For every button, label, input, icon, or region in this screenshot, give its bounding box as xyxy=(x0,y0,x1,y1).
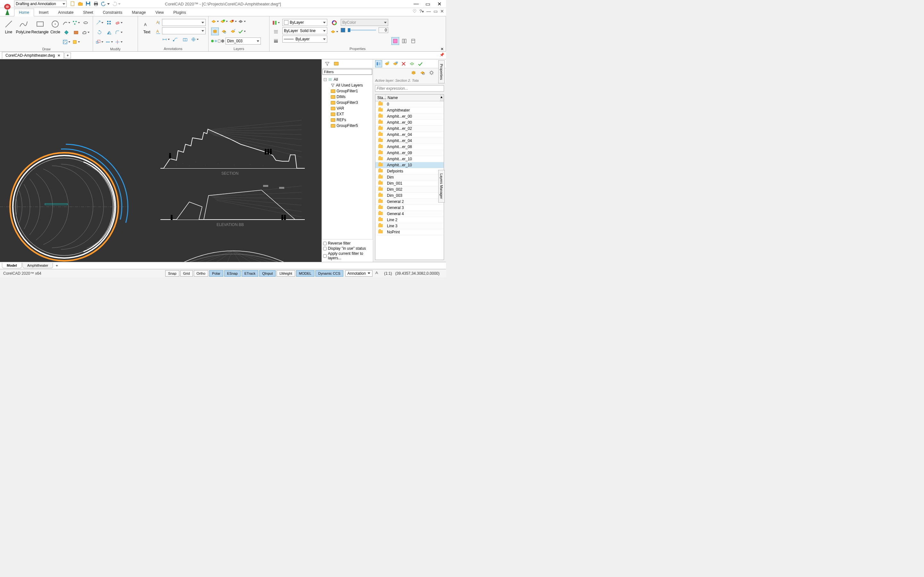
inuse-filter-check[interactable]: Display "in use" status xyxy=(323,246,372,251)
mirror-tool[interactable] xyxy=(105,29,113,36)
toggle-grid[interactable]: Grid xyxy=(180,270,193,277)
layer-row[interactable]: Amphit...er_10 xyxy=(375,162,444,168)
layer-row[interactable]: Dim_003 xyxy=(375,193,444,199)
line-button[interactable]: Line xyxy=(3,18,15,34)
filter-expression-input[interactable] xyxy=(375,85,444,92)
layer-new-freeze[interactable]: ❄ xyxy=(392,60,399,67)
match-props[interactable] xyxy=(272,19,280,27)
text-style-combo[interactable] xyxy=(162,19,206,26)
layer-row[interactable]: Amphit...er_04 xyxy=(375,132,444,138)
layer-row[interactable]: General 3 xyxy=(375,205,444,211)
panel-pin-icon[interactable]: 📌 xyxy=(439,53,445,58)
singleline-text[interactable]: A xyxy=(154,19,162,27)
layer-row[interactable]: Dim_002 xyxy=(375,187,444,193)
weight-props[interactable] xyxy=(272,37,280,45)
filter-node[interactable]: VAR xyxy=(331,105,371,111)
layer-row[interactable]: Amphit...er_04 xyxy=(375,138,444,144)
table-tool[interactable] xyxy=(191,35,199,43)
workspace-combo[interactable]: Drafting and Annotation xyxy=(14,1,67,7)
tab-constraints[interactable]: Constraints xyxy=(98,9,127,16)
text-button[interactable]: A Text xyxy=(141,18,153,34)
drawing-canvas[interactable]: ANTI-SLIP STONE POLISHED CONCRETE STONE … xyxy=(0,59,321,262)
move-tool[interactable] xyxy=(95,19,103,27)
reverse-filter-check[interactable]: Reverse filter xyxy=(323,241,372,246)
tab-manage[interactable]: Manage xyxy=(127,9,150,16)
prop-panel-2[interactable] xyxy=(401,37,408,45)
layer-apply[interactable] xyxy=(417,60,424,67)
spline-tool[interactable] xyxy=(72,19,80,27)
layer-row[interactable]: Line 2 xyxy=(375,217,444,223)
layer-row[interactable]: 0 xyxy=(375,101,444,107)
settings-icon[interactable] xyxy=(428,69,435,76)
hatch-tool[interactable] xyxy=(63,38,70,46)
document-tab-add[interactable]: + xyxy=(65,53,71,58)
side-tab-properties[interactable]: Properties xyxy=(438,60,445,83)
layers-table-header[interactable]: Sta... Name ▴ xyxy=(375,95,444,101)
polygon-tool[interactable] xyxy=(63,29,70,36)
layers-body[interactable]: 0AmphitheaterAmphit...er_00Amphit...er_0… xyxy=(375,101,444,260)
toggle-polar[interactable]: Polar xyxy=(209,270,223,277)
find-text[interactable]: A xyxy=(154,28,162,35)
dim-style-combo[interactable] xyxy=(162,27,206,34)
help-icon[interactable]: ?▾ xyxy=(419,9,424,14)
filter-node[interactable]: EXT xyxy=(331,111,371,117)
layer-delete[interactable] xyxy=(400,60,407,67)
layer-row[interactable]: Amphitheater xyxy=(375,107,444,113)
layer-manager-btn[interactable] xyxy=(211,27,219,35)
transparency-icon[interactable] xyxy=(330,28,338,35)
filter-funnel-icon[interactable] xyxy=(324,60,331,67)
layer-row[interactable]: Amphit...er_08 xyxy=(375,144,444,150)
transparency-value[interactable]: 0 xyxy=(379,27,388,33)
doc-close[interactable]: ✕ xyxy=(440,9,444,14)
layer-row[interactable]: Amphit...er_00 xyxy=(375,113,444,119)
layer-row[interactable]: Amphit...er_02 xyxy=(375,126,444,132)
redo-icon[interactable] xyxy=(111,1,118,7)
dimension-tool[interactable] xyxy=(162,35,170,43)
layer-row[interactable]: Amphit...er_09 xyxy=(375,150,444,156)
sheet-tab-1[interactable]: Amphitheater xyxy=(23,263,53,268)
tab-plugins[interactable]: Plugins xyxy=(168,9,191,16)
layer-check[interactable] xyxy=(238,27,246,35)
side-tab-layers[interactable]: Layers Manager xyxy=(438,170,445,203)
redo-dropdown[interactable] xyxy=(118,3,121,5)
layer-new[interactable]: + xyxy=(383,60,391,67)
rotate-tool[interactable] xyxy=(95,29,103,36)
apply-filter-check[interactable]: Apply current filter to layers... xyxy=(323,251,372,261)
trim-tool[interactable] xyxy=(115,38,123,46)
sheet-tab-model[interactable]: Model xyxy=(2,263,22,268)
color-wheel[interactable] xyxy=(330,19,338,27)
point-tool[interactable] xyxy=(72,38,80,46)
toggle-model[interactable]: MODEL xyxy=(296,270,314,277)
toggle-etrack[interactable]: ETrack xyxy=(242,270,258,277)
panel-close-icon[interactable]: ✕ xyxy=(439,47,445,51)
filter-folder-icon[interactable] xyxy=(333,60,340,67)
app-logo[interactable] xyxy=(1,1,13,17)
tab-annotate[interactable]: Annotate xyxy=(53,9,78,16)
prop-panel-1[interactable] xyxy=(391,37,399,45)
layer-state-3[interactable] xyxy=(229,18,237,25)
document-tab[interactable]: CorelCAD-Amphitheater.dwg ✕ xyxy=(2,52,64,59)
doc-restore[interactable]: ▭ xyxy=(433,9,438,14)
maximize-button[interactable]: ▭ xyxy=(424,0,431,7)
anno-icon[interactable] xyxy=(375,271,379,276)
layer-activate[interactable] xyxy=(409,60,415,67)
layer-row[interactable]: Line 3 xyxy=(375,223,444,229)
document-tab-close[interactable]: ✕ xyxy=(57,53,60,58)
undo-icon[interactable] xyxy=(101,1,107,7)
layer-row[interactable]: General 2 xyxy=(375,199,444,205)
layer-row[interactable]: Amphit...er_10 xyxy=(375,156,444,162)
scale-tool[interactable] xyxy=(95,38,103,46)
layer-state-2[interactable] xyxy=(220,18,228,25)
filter-node[interactable]: GroupFilter1 xyxy=(331,88,371,94)
layer-row[interactable]: Defpoints xyxy=(375,168,444,174)
ellipse-tool[interactable] xyxy=(82,19,89,27)
toggle-dynamic ccs[interactable]: Dynamic CCS xyxy=(315,270,343,277)
layer-merge[interactable]: ? xyxy=(229,27,237,35)
filter-node[interactable]: REFs xyxy=(331,117,371,123)
transparency-mode-combo[interactable]: ByColor xyxy=(341,19,388,26)
sheet-tab-add[interactable]: + xyxy=(53,263,60,268)
filter-node[interactable]: GroupFilter3 xyxy=(331,100,371,105)
undo-dropdown[interactable] xyxy=(107,3,110,5)
layer-states[interactable] xyxy=(410,69,417,76)
current-layer-combo[interactable]: Dim_003 xyxy=(226,37,261,45)
